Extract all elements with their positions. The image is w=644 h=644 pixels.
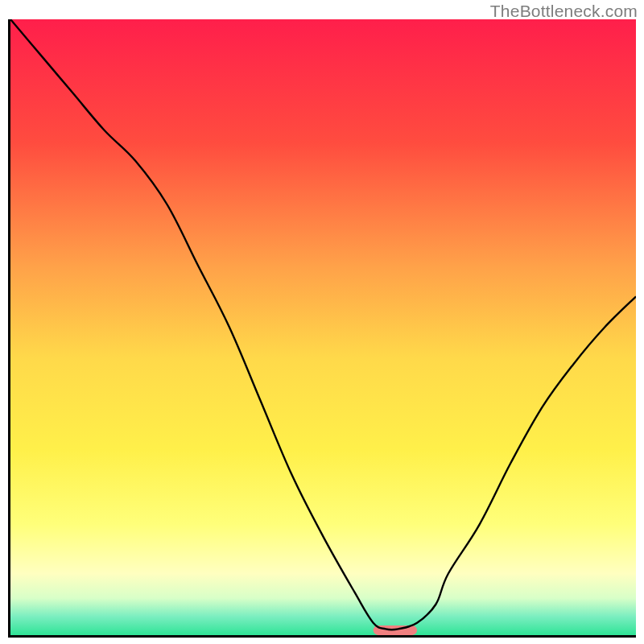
bottleneck-chart xyxy=(10,19,636,635)
watermark-text: TheBottleneck.com xyxy=(490,2,638,21)
chart-frame xyxy=(8,19,636,638)
gradient-background xyxy=(10,19,636,635)
